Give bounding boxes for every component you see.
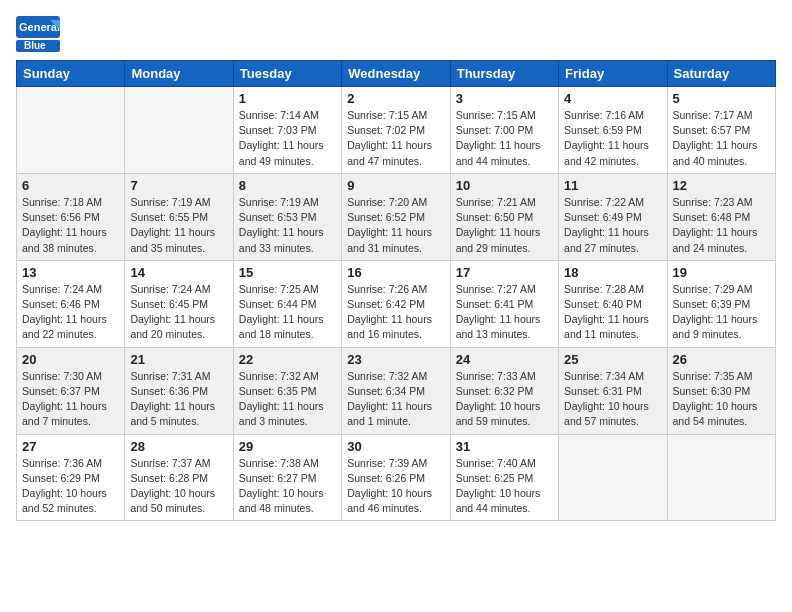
day-info: Sunrise: 7:39 AMSunset: 6:26 PMDaylight:… [347, 456, 444, 517]
calendar-cell [559, 434, 667, 521]
day-number: 13 [22, 265, 119, 280]
calendar-cell: 13Sunrise: 7:24 AMSunset: 6:46 PMDayligh… [17, 260, 125, 347]
day-number: 28 [130, 439, 227, 454]
day-info: Sunrise: 7:28 AMSunset: 6:40 PMDaylight:… [564, 282, 661, 343]
day-info: Sunrise: 7:15 AMSunset: 7:02 PMDaylight:… [347, 108, 444, 169]
col-header-monday: Monday [125, 61, 233, 87]
calendar-cell: 31Sunrise: 7:40 AMSunset: 6:25 PMDayligh… [450, 434, 558, 521]
calendar-week-row: 27Sunrise: 7:36 AMSunset: 6:29 PMDayligh… [17, 434, 776, 521]
day-info: Sunrise: 7:29 AMSunset: 6:39 PMDaylight:… [673, 282, 770, 343]
day-number: 26 [673, 352, 770, 367]
page-header: General Blue [16, 16, 776, 52]
day-number: 24 [456, 352, 553, 367]
day-number: 21 [130, 352, 227, 367]
day-number: 4 [564, 91, 661, 106]
day-info: Sunrise: 7:34 AMSunset: 6:31 PMDaylight:… [564, 369, 661, 430]
day-info: Sunrise: 7:40 AMSunset: 6:25 PMDaylight:… [456, 456, 553, 517]
calendar-cell: 23Sunrise: 7:32 AMSunset: 6:34 PMDayligh… [342, 347, 450, 434]
calendar-cell: 5Sunrise: 7:17 AMSunset: 6:57 PMDaylight… [667, 87, 775, 174]
svg-text:Blue: Blue [24, 40, 46, 51]
day-number: 2 [347, 91, 444, 106]
day-info: Sunrise: 7:27 AMSunset: 6:41 PMDaylight:… [456, 282, 553, 343]
day-info: Sunrise: 7:32 AMSunset: 6:34 PMDaylight:… [347, 369, 444, 430]
calendar-week-row: 13Sunrise: 7:24 AMSunset: 6:46 PMDayligh… [17, 260, 776, 347]
day-info: Sunrise: 7:14 AMSunset: 7:03 PMDaylight:… [239, 108, 336, 169]
calendar-cell: 25Sunrise: 7:34 AMSunset: 6:31 PMDayligh… [559, 347, 667, 434]
day-info: Sunrise: 7:26 AMSunset: 6:42 PMDaylight:… [347, 282, 444, 343]
day-number: 8 [239, 178, 336, 193]
day-info: Sunrise: 7:32 AMSunset: 6:35 PMDaylight:… [239, 369, 336, 430]
day-number: 16 [347, 265, 444, 280]
day-info: Sunrise: 7:18 AMSunset: 6:56 PMDaylight:… [22, 195, 119, 256]
day-info: Sunrise: 7:25 AMSunset: 6:44 PMDaylight:… [239, 282, 336, 343]
calendar-cell: 16Sunrise: 7:26 AMSunset: 6:42 PMDayligh… [342, 260, 450, 347]
calendar-header-row: SundayMondayTuesdayWednesdayThursdayFrid… [17, 61, 776, 87]
day-info: Sunrise: 7:33 AMSunset: 6:32 PMDaylight:… [456, 369, 553, 430]
calendar-cell: 8Sunrise: 7:19 AMSunset: 6:53 PMDaylight… [233, 173, 341, 260]
calendar-cell: 14Sunrise: 7:24 AMSunset: 6:45 PMDayligh… [125, 260, 233, 347]
day-number: 29 [239, 439, 336, 454]
day-number: 31 [456, 439, 553, 454]
day-info: Sunrise: 7:30 AMSunset: 6:37 PMDaylight:… [22, 369, 119, 430]
day-number: 10 [456, 178, 553, 193]
calendar-cell: 7Sunrise: 7:19 AMSunset: 6:55 PMDaylight… [125, 173, 233, 260]
calendar-cell: 19Sunrise: 7:29 AMSunset: 6:39 PMDayligh… [667, 260, 775, 347]
day-info: Sunrise: 7:35 AMSunset: 6:30 PMDaylight:… [673, 369, 770, 430]
calendar-cell: 3Sunrise: 7:15 AMSunset: 7:00 PMDaylight… [450, 87, 558, 174]
day-number: 23 [347, 352, 444, 367]
calendar-cell: 10Sunrise: 7:21 AMSunset: 6:50 PMDayligh… [450, 173, 558, 260]
calendar-cell: 21Sunrise: 7:31 AMSunset: 6:36 PMDayligh… [125, 347, 233, 434]
calendar-cell [125, 87, 233, 174]
calendar-week-row: 1Sunrise: 7:14 AMSunset: 7:03 PMDaylight… [17, 87, 776, 174]
calendar-table: SundayMondayTuesdayWednesdayThursdayFrid… [16, 60, 776, 521]
day-info: Sunrise: 7:16 AMSunset: 6:59 PMDaylight:… [564, 108, 661, 169]
logo-icon: General Blue [16, 16, 60, 52]
calendar-cell: 1Sunrise: 7:14 AMSunset: 7:03 PMDaylight… [233, 87, 341, 174]
day-info: Sunrise: 7:19 AMSunset: 6:53 PMDaylight:… [239, 195, 336, 256]
calendar-cell: 20Sunrise: 7:30 AMSunset: 6:37 PMDayligh… [17, 347, 125, 434]
calendar-cell: 28Sunrise: 7:37 AMSunset: 6:28 PMDayligh… [125, 434, 233, 521]
calendar-cell: 27Sunrise: 7:36 AMSunset: 6:29 PMDayligh… [17, 434, 125, 521]
col-header-saturday: Saturday [667, 61, 775, 87]
day-number: 19 [673, 265, 770, 280]
day-number: 27 [22, 439, 119, 454]
calendar-cell: 17Sunrise: 7:27 AMSunset: 6:41 PMDayligh… [450, 260, 558, 347]
day-number: 18 [564, 265, 661, 280]
day-info: Sunrise: 7:38 AMSunset: 6:27 PMDaylight:… [239, 456, 336, 517]
day-info: Sunrise: 7:37 AMSunset: 6:28 PMDaylight:… [130, 456, 227, 517]
calendar-cell [17, 87, 125, 174]
logo: General Blue [16, 16, 60, 52]
day-info: Sunrise: 7:36 AMSunset: 6:29 PMDaylight:… [22, 456, 119, 517]
day-info: Sunrise: 7:23 AMSunset: 6:48 PMDaylight:… [673, 195, 770, 256]
calendar-cell: 11Sunrise: 7:22 AMSunset: 6:49 PMDayligh… [559, 173, 667, 260]
col-header-tuesday: Tuesday [233, 61, 341, 87]
day-number: 20 [22, 352, 119, 367]
calendar-cell: 15Sunrise: 7:25 AMSunset: 6:44 PMDayligh… [233, 260, 341, 347]
calendar-cell: 12Sunrise: 7:23 AMSunset: 6:48 PMDayligh… [667, 173, 775, 260]
calendar-week-row: 6Sunrise: 7:18 AMSunset: 6:56 PMDaylight… [17, 173, 776, 260]
day-number: 6 [22, 178, 119, 193]
calendar-cell: 30Sunrise: 7:39 AMSunset: 6:26 PMDayligh… [342, 434, 450, 521]
day-number: 3 [456, 91, 553, 106]
day-number: 14 [130, 265, 227, 280]
day-info: Sunrise: 7:31 AMSunset: 6:36 PMDaylight:… [130, 369, 227, 430]
calendar-cell: 29Sunrise: 7:38 AMSunset: 6:27 PMDayligh… [233, 434, 341, 521]
day-info: Sunrise: 7:17 AMSunset: 6:57 PMDaylight:… [673, 108, 770, 169]
day-info: Sunrise: 7:22 AMSunset: 6:49 PMDaylight:… [564, 195, 661, 256]
day-number: 15 [239, 265, 336, 280]
day-info: Sunrise: 7:19 AMSunset: 6:55 PMDaylight:… [130, 195, 227, 256]
day-info: Sunrise: 7:24 AMSunset: 6:46 PMDaylight:… [22, 282, 119, 343]
calendar-cell: 18Sunrise: 7:28 AMSunset: 6:40 PMDayligh… [559, 260, 667, 347]
calendar-cell: 24Sunrise: 7:33 AMSunset: 6:32 PMDayligh… [450, 347, 558, 434]
day-number: 30 [347, 439, 444, 454]
day-number: 1 [239, 91, 336, 106]
calendar-cell [667, 434, 775, 521]
day-number: 11 [564, 178, 661, 193]
day-number: 7 [130, 178, 227, 193]
calendar-cell: 2Sunrise: 7:15 AMSunset: 7:02 PMDaylight… [342, 87, 450, 174]
calendar-cell: 6Sunrise: 7:18 AMSunset: 6:56 PMDaylight… [17, 173, 125, 260]
calendar-cell: 4Sunrise: 7:16 AMSunset: 6:59 PMDaylight… [559, 87, 667, 174]
col-header-thursday: Thursday [450, 61, 558, 87]
day-number: 12 [673, 178, 770, 193]
day-number: 17 [456, 265, 553, 280]
